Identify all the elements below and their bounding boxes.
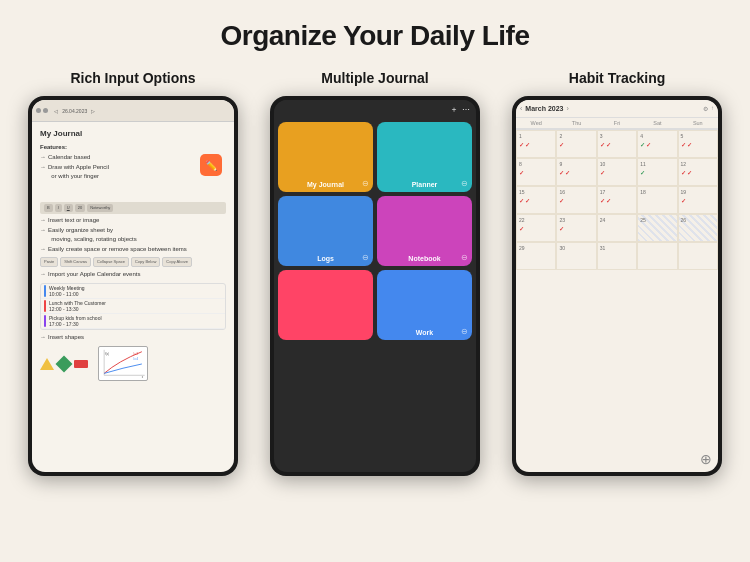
cal-cell-12[interactable]: 12✓✓	[678, 158, 718, 186]
calendar-week-5: 29 30 31	[516, 242, 718, 270]
calendar-week-3: 15✓✓ 16✓ 17✓✓ 18 19✓	[516, 186, 718, 214]
cal-cell-31[interactable]: 31	[597, 242, 637, 270]
shift-canvas-btn[interactable]: Shift Canvas	[60, 257, 91, 267]
device-frame-2: ＋ ⋯ My Journal ⊖ Planner ⊖	[270, 96, 480, 476]
cal-cell-30[interactable]: 30	[556, 242, 596, 270]
calendar-events-list: Weekly Meeting10:00 - 11:00 Lunch with T…	[40, 283, 226, 330]
cal-cell-25[interactable]: 25	[637, 214, 677, 242]
svg-text:λ=2: λ=2	[133, 352, 138, 356]
journal-minus-myjournal[interactable]: ⊖	[362, 179, 369, 188]
format-btn-i[interactable]: I	[55, 204, 62, 212]
cal-cell-1[interactable]: 1✓✓	[516, 130, 556, 158]
format-btn-u[interactable]: U	[64, 204, 73, 212]
copy-above-btn[interactable]: Copy Above	[162, 257, 192, 267]
cal-cell-8[interactable]: 8✓	[516, 158, 556, 186]
format-btn-b[interactable]: B	[44, 204, 53, 212]
column-rich-input: Rich Input Options ◁ 26.04.2023 ▷ My Jou…	[18, 70, 248, 476]
cal-cell-24[interactable]: 24	[597, 214, 637, 242]
column-habit-tracking: Habit Tracking ‹ March 2023 › ⚙ ↑	[502, 70, 732, 476]
cal-cell-11[interactable]: 11✓	[637, 158, 677, 186]
event-text-2: Lunch with The Customer12:00 - 13:30	[49, 300, 106, 312]
format-toolbar: B I U 20 Noteworthy	[40, 202, 226, 214]
notes-features-label: Features:	[40, 143, 226, 152]
format-btn-noteworthy[interactable]: Noteworthy	[87, 204, 113, 212]
cal-nav-left: ‹ March 2023 ›	[520, 105, 569, 112]
notes-item-2: →Draw with Apple Pencil or with your fin…	[40, 163, 226, 181]
collapse-space-btn[interactable]: Collapse Space	[93, 257, 129, 267]
cal-cell-4[interactable]: 4✓✓	[637, 130, 677, 158]
cal-cell-15[interactable]: 15✓✓	[516, 186, 556, 214]
cal-cell-18[interactable]: 18	[637, 186, 677, 214]
screen-notes: ◁ 26.04.2023 ▷ My Journal Features: →Cal…	[32, 100, 234, 472]
event-3: Pickup kids from school17:00 - 17:30	[41, 314, 225, 329]
journal-minus-work[interactable]: ⊖	[461, 327, 468, 336]
cal-cell-19[interactable]: 19✓	[678, 186, 718, 214]
pencil-badge: ✏️	[200, 154, 222, 176]
cal-add-button[interactable]: ⊕	[700, 450, 712, 468]
columns-container: Rich Input Options ◁ 26.04.2023 ▷ My Jou…	[10, 70, 740, 476]
journal-name-myjournal: My Journal	[307, 181, 344, 188]
journal-card-myjournal[interactable]: My Journal ⊖	[278, 122, 373, 192]
cal-cell-16[interactable]: 16✓	[556, 186, 596, 214]
cal-back-icon[interactable]: ‹	[520, 105, 522, 112]
plus-icon[interactable]: ＋	[450, 104, 458, 115]
calendar-day-headers: Wed Thu Fri Sat Sun	[516, 118, 718, 130]
cal-cell-3[interactable]: 3✓✓	[597, 130, 637, 158]
diamond-shape	[56, 355, 73, 372]
event-bar-1	[44, 285, 46, 297]
graph-area: f(x) λ=2 λ=4 x	[98, 346, 148, 381]
cal-cell-23[interactable]: 23✓	[556, 214, 596, 242]
page-wrapper: Organize Your Daily Life Rich Input Opti…	[0, 0, 750, 562]
journal-card-notebook[interactable]: Notebook ⊖	[377, 196, 472, 266]
ellipsis-icon[interactable]: ⋯	[462, 105, 470, 114]
cal-cell-26[interactable]: 26	[678, 214, 718, 242]
notes-item-6: →Import your Apple Calendar events	[40, 270, 226, 279]
cal-actions: ⚙ ↑	[703, 105, 714, 112]
cal-cell-5[interactable]: 5✓✓	[678, 130, 718, 158]
calendar-header: ‹ March 2023 › ⚙ ↑	[516, 100, 718, 118]
cal-cell-10[interactable]: 10✓	[597, 158, 637, 186]
svg-text:x: x	[142, 375, 144, 379]
cal-settings-icon[interactable]: ⚙	[703, 105, 708, 112]
pencil-badge-area: ✏️	[40, 182, 226, 200]
toolbar-date: ◁ 26.04.2023 ▷	[54, 108, 95, 114]
notes-item-3: →Insert text or image	[40, 216, 226, 225]
svg-text:f(x): f(x)	[105, 352, 109, 356]
cal-cell-empty-1	[637, 242, 677, 270]
journal-minus-notebook[interactable]: ⊖	[461, 253, 468, 262]
cal-cell-22[interactable]: 22✓	[516, 214, 556, 242]
cal-cell-29[interactable]: 29	[516, 242, 556, 270]
event-1: Weekly Meeting10:00 - 11:00	[41, 284, 225, 299]
notes-item-4: →Easily organize sheet by moving, scalin…	[40, 226, 226, 244]
cal-fwd-icon[interactable]: ›	[566, 105, 568, 112]
notes-item-1: →Calendar based	[40, 153, 226, 162]
shapes-row: f(x) λ=2 λ=4 x	[40, 346, 226, 381]
action-buttons-row: Paste Shift Canvas Collapse Space Copy B…	[40, 257, 226, 267]
calendar-week-4: 22✓ 23✓ 24 25 26	[516, 214, 718, 242]
cal-share-icon[interactable]: ↑	[711, 105, 714, 112]
toolbar-dot-1	[36, 108, 41, 113]
cal-cell-9[interactable]: 9✓✓	[556, 158, 596, 186]
notes-item-7: →Insert shapes	[40, 333, 226, 342]
notes-content: My Journal Features: →Calendar based →Dr…	[32, 122, 234, 387]
cal-cell-17[interactable]: 17✓✓	[597, 186, 637, 214]
journal-card-planner[interactable]: Planner ⊖	[377, 122, 472, 192]
journal-minus-planner[interactable]: ⊖	[461, 179, 468, 188]
screen-journals: ＋ ⋯ My Journal ⊖ Planner ⊖	[274, 100, 476, 472]
triangle-shape	[40, 358, 54, 370]
journal-name-work: Work	[416, 329, 433, 336]
device-frame-3: ‹ March 2023 › ⚙ ↑ Wed Thu Fri	[512, 96, 722, 476]
calendar-week-1: 1✓✓ 2✓ 3✓✓ 4✓✓ 5✓✓	[516, 130, 718, 158]
cal-month-label: March 2023	[525, 105, 563, 112]
format-btn-size[interactable]: 20	[75, 204, 85, 212]
event-text-3: Pickup kids from school17:00 - 17:30	[49, 315, 102, 327]
event-bar-2	[44, 300, 46, 312]
journal-card-pink[interactable]	[278, 270, 373, 340]
journal-minus-logs[interactable]: ⊖	[362, 253, 369, 262]
notes-toolbar: ◁ 26.04.2023 ▷	[32, 100, 234, 122]
cal-cell-2[interactable]: 2✓	[556, 130, 596, 158]
copy-below-btn[interactable]: Copy Below	[131, 257, 160, 267]
paste-btn[interactable]: Paste	[40, 257, 58, 267]
journal-card-work[interactable]: Work ⊖	[377, 270, 472, 340]
journal-card-logs[interactable]: Logs ⊖	[278, 196, 373, 266]
